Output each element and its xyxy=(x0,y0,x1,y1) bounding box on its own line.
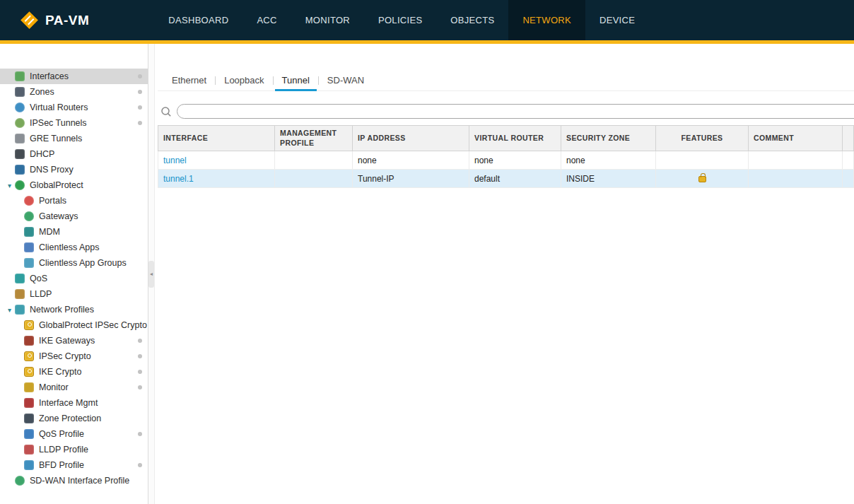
nav-network[interactable]: NETWORK xyxy=(508,0,585,40)
status-dot xyxy=(138,105,142,110)
interfaces-icon xyxy=(15,71,25,81)
sidebar-item-lldp-profile[interactable]: LLDP Profile xyxy=(0,442,148,457)
table-row[interactable]: tunnel.1 Tunnel-IP default INSIDE xyxy=(158,170,854,188)
nav-objects[interactable]: OBJECTS xyxy=(436,0,508,40)
nav-dashboard[interactable]: DASHBOARD xyxy=(154,0,242,40)
cell-comment xyxy=(749,151,843,170)
dns-proxy-icon xyxy=(15,165,25,175)
col-ip-address[interactable]: IP ADDRESS xyxy=(353,126,469,151)
network-profiles-icon xyxy=(15,305,25,315)
sidebar-item-network-profiles[interactable]: ▾ Network Profiles xyxy=(0,302,148,317)
zone-protection-icon xyxy=(24,414,34,423)
gateways-icon xyxy=(24,211,34,221)
table-row[interactable]: tunnel none none none xyxy=(158,151,854,170)
sidebar-item-mdm[interactable]: MDM xyxy=(0,224,148,240)
interface-link[interactable]: tunnel.1 xyxy=(158,170,275,188)
cell-management-profile xyxy=(275,170,353,188)
sidebar-item-monitor[interactable]: Monitor xyxy=(0,380,148,395)
status-dot xyxy=(138,370,142,374)
gre-tunnels-icon xyxy=(15,134,25,143)
sidebar-item-clientless-apps[interactable]: Clientless Apps xyxy=(0,240,148,255)
sidebar-item-ipsec-crypto[interactable]: IPSec Crypto xyxy=(0,348,148,364)
app-title: PA-VM xyxy=(45,13,89,28)
primary-nav: DASHBOARD ACC MONITOR POLICIES OBJECTS N… xyxy=(154,0,649,40)
col-comment[interactable]: COMMENT xyxy=(749,126,843,151)
pan-logo-icon xyxy=(20,11,39,30)
col-virtual-router[interactable]: VIRTUAL ROUTER xyxy=(469,126,561,151)
tab-ethernet[interactable]: Ethernet xyxy=(163,75,215,90)
sidebar-item-sdwan-interface-profile[interactable]: ▾ SD-WAN Interface Profile xyxy=(0,473,148,488)
sidebar-item-bfd-profile[interactable]: BFD Profile xyxy=(0,457,148,473)
status-dot xyxy=(138,354,142,358)
lldp-icon xyxy=(15,289,25,299)
sidebar-item-virtual-routers[interactable]: ▾ Virtual Routers xyxy=(0,100,148,115)
sidebar-item-zone-protection[interactable]: Zone Protection xyxy=(0,411,148,426)
sidebar-item-qos[interactable]: ▾ QoS xyxy=(0,271,148,286)
sidebar-item-globalprotect[interactable]: ▾ GlobalProtect xyxy=(0,177,148,193)
bfd-profile-icon xyxy=(24,460,34,470)
clientless-apps-icon xyxy=(24,242,34,252)
qos-icon xyxy=(15,274,25,283)
expand-caret-icon[interactable]: ▾ xyxy=(4,306,15,314)
sidebar-item-portals[interactable]: Portals xyxy=(0,193,148,209)
sidebar-item-interfaces[interactable]: ▾ Interfaces xyxy=(0,69,148,84)
search-input[interactable] xyxy=(177,104,854,119)
search-icon xyxy=(160,106,173,117)
table-header-row: INTERFACE MANAGEMENT PROFILE IP ADDRESS … xyxy=(158,126,854,151)
subtab-bar: Ethernet Loopback Tunnel SD-WAN xyxy=(158,74,854,91)
sidebar-item-qos-profile[interactable]: QoS Profile xyxy=(0,426,148,442)
collapse-sidebar-icon[interactable]: ◂ xyxy=(148,261,154,288)
sidebar-item-ike-gateways[interactable]: IKE Gateways xyxy=(0,333,148,348)
lldp-profile-icon xyxy=(24,445,34,455)
sidebar-item-gp-ipsec-crypto[interactable]: GlobalProtect IPSec Crypto xyxy=(0,317,148,333)
sidebar-item-zones[interactable]: ▾ Zones xyxy=(0,84,148,100)
zones-icon xyxy=(15,87,25,97)
sidebar-item-gateways[interactable]: Gateways xyxy=(0,209,148,224)
nav-device[interactable]: DEVICE xyxy=(585,0,649,40)
expand-caret-icon[interactable]: ▾ xyxy=(4,182,15,189)
sidebar-collapse-gutter: ◂ xyxy=(148,44,155,504)
sidebar-item-clientless-app-groups[interactable]: Clientless App Groups xyxy=(0,255,148,271)
globalprotect-icon xyxy=(15,180,25,190)
sidebar-item-dhcp[interactable]: ▾ DHCP xyxy=(0,146,148,162)
cell-security-zone: INSIDE xyxy=(561,170,656,188)
sdwan-interface-profile-icon xyxy=(15,476,25,486)
clientless-app-groups-icon xyxy=(24,258,34,268)
nav-acc[interactable]: ACC xyxy=(242,0,291,40)
portals-icon xyxy=(24,196,34,206)
interfaces-table: INTERFACE MANAGEMENT PROFILE IP ADDRESS … xyxy=(158,125,854,188)
cell-management-profile xyxy=(275,151,353,170)
col-features[interactable]: FEATURES xyxy=(656,126,749,151)
cell-virtual-router: none xyxy=(469,151,561,170)
logo: PA-VM xyxy=(0,0,89,40)
col-management-profile[interactable]: MANAGEMENT PROFILE xyxy=(275,126,353,151)
sidebar-item-dns-proxy[interactable]: ▾ DNS Proxy xyxy=(0,162,148,177)
status-dot xyxy=(138,339,142,343)
tab-tunnel[interactable]: Tunnel xyxy=(274,75,318,90)
sidebar-item-lldp[interactable]: ▾ LLDP xyxy=(0,286,148,302)
nav-policies[interactable]: POLICIES xyxy=(364,0,436,40)
col-interface[interactable]: INTERFACE xyxy=(158,126,275,151)
col-security-zone[interactable]: SECURITY ZONE xyxy=(561,126,656,151)
tab-sdwan[interactable]: SD-WAN xyxy=(319,75,373,90)
sidebar-item-ike-crypto[interactable]: IKE Crypto xyxy=(0,364,148,380)
gp-ipsec-crypto-icon xyxy=(24,320,34,330)
ipsec-crypto-icon xyxy=(24,351,34,361)
cell-virtual-router: default xyxy=(469,170,561,188)
qos-profile-icon xyxy=(24,429,34,439)
col-spacer xyxy=(843,126,854,151)
interface-link[interactable]: tunnel xyxy=(158,151,275,170)
sidebar-item-ipsec-tunnels[interactable]: ▾ IPSec Tunnels xyxy=(0,115,148,131)
ike-gateways-icon xyxy=(24,336,34,346)
status-dot xyxy=(138,90,142,94)
lock-icon xyxy=(698,176,706,182)
ipsec-tunnels-icon xyxy=(15,118,25,128)
sidebar-item-gre-tunnels[interactable]: ▾ GRE Tunnels xyxy=(0,131,148,146)
top-navigation-bar: PA-VM DASHBOARD ACC MONITOR POLICIES OBJ… xyxy=(0,0,854,40)
sidebar-item-interface-mgmt[interactable]: Interface Mgmt xyxy=(0,395,148,411)
status-dot xyxy=(138,385,142,389)
tab-loopback[interactable]: Loopback xyxy=(216,75,272,90)
nav-monitor[interactable]: MONITOR xyxy=(291,0,364,40)
cell-spacer xyxy=(843,151,854,170)
cell-security-zone: none xyxy=(561,151,656,170)
